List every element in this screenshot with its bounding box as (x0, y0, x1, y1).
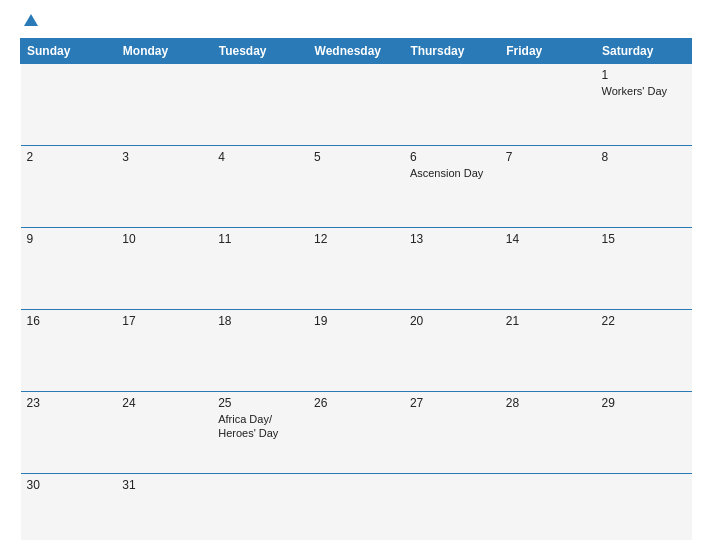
calendar-cell (212, 474, 308, 540)
day-number: 22 (602, 314, 686, 328)
calendar-cell: 16 (21, 310, 117, 392)
calendar-cell: 11 (212, 228, 308, 310)
calendar-cell: 9 (21, 228, 117, 310)
calendar-cell: 8 (596, 146, 692, 228)
day-number: 28 (506, 396, 590, 410)
calendar-page: SundayMondayTuesdayWednesdayThursdayFrid… (0, 0, 712, 550)
day-number: 26 (314, 396, 398, 410)
day-number: 29 (602, 396, 686, 410)
day-number: 7 (506, 150, 590, 164)
logo-triangle-icon (24, 14, 38, 26)
weekday-header: Thursday (404, 39, 500, 64)
calendar-week-row: 1Workers' Day (21, 64, 692, 146)
calendar-cell (21, 64, 117, 146)
calendar-cell: 12 (308, 228, 404, 310)
calendar-cell: 24 (116, 392, 212, 474)
calendar-header (20, 16, 692, 26)
calendar-cell: 10 (116, 228, 212, 310)
calendar-cell: 15 (596, 228, 692, 310)
holiday-label: Workers' Day (602, 84, 686, 98)
calendar-cell: 26 (308, 392, 404, 474)
calendar-cell: 20 (404, 310, 500, 392)
calendar-cell: 17 (116, 310, 212, 392)
calendar-table: SundayMondayTuesdayWednesdayThursdayFrid… (20, 38, 692, 540)
calendar-cell: 14 (500, 228, 596, 310)
day-number: 8 (602, 150, 686, 164)
weekday-header: Saturday (596, 39, 692, 64)
calendar-cell: 21 (500, 310, 596, 392)
calendar-cell (404, 474, 500, 540)
calendar-cell: 2 (21, 146, 117, 228)
day-number: 17 (122, 314, 206, 328)
calendar-week-row: 9101112131415 (21, 228, 692, 310)
calendar-cell: 22 (596, 310, 692, 392)
calendar-week-row: 3031 (21, 474, 692, 540)
day-number: 23 (27, 396, 111, 410)
day-number: 15 (602, 232, 686, 246)
calendar-cell: 31 (116, 474, 212, 540)
calendar-cell (116, 64, 212, 146)
day-number: 11 (218, 232, 302, 246)
calendar-week-row: 16171819202122 (21, 310, 692, 392)
calendar-cell: 3 (116, 146, 212, 228)
day-number: 24 (122, 396, 206, 410)
calendar-cell: 13 (404, 228, 500, 310)
calendar-cell: 25Africa Day/ Heroes' Day (212, 392, 308, 474)
weekday-header: Monday (116, 39, 212, 64)
calendar-cell: 5 (308, 146, 404, 228)
calendar-cell: 30 (21, 474, 117, 540)
calendar-cell: 23 (21, 392, 117, 474)
day-number: 6 (410, 150, 494, 164)
calendar-cell: 19 (308, 310, 404, 392)
calendar-cell (308, 474, 404, 540)
day-number: 27 (410, 396, 494, 410)
weekday-header: Wednesday (308, 39, 404, 64)
day-number: 3 (122, 150, 206, 164)
calendar-cell (404, 64, 500, 146)
weekday-header-row: SundayMondayTuesdayWednesdayThursdayFrid… (21, 39, 692, 64)
day-number: 18 (218, 314, 302, 328)
day-number: 5 (314, 150, 398, 164)
holiday-label: Africa Day/ Heroes' Day (218, 412, 302, 441)
day-number: 12 (314, 232, 398, 246)
day-number: 19 (314, 314, 398, 328)
day-number: 31 (122, 478, 206, 492)
calendar-cell: 29 (596, 392, 692, 474)
calendar-cell: 1Workers' Day (596, 64, 692, 146)
day-number: 13 (410, 232, 494, 246)
calendar-cell: 18 (212, 310, 308, 392)
calendar-cell: 27 (404, 392, 500, 474)
day-number: 2 (27, 150, 111, 164)
day-number: 14 (506, 232, 590, 246)
weekday-header: Friday (500, 39, 596, 64)
weekday-header: Tuesday (212, 39, 308, 64)
day-number: 16 (27, 314, 111, 328)
calendar-cell: 7 (500, 146, 596, 228)
day-number: 25 (218, 396, 302, 410)
calendar-cell (596, 474, 692, 540)
logo (20, 16, 42, 26)
day-number: 9 (27, 232, 111, 246)
calendar-week-row: 232425Africa Day/ Heroes' Day26272829 (21, 392, 692, 474)
day-number: 21 (506, 314, 590, 328)
calendar-cell: 4 (212, 146, 308, 228)
day-number: 10 (122, 232, 206, 246)
holiday-label: Ascension Day (410, 166, 494, 180)
calendar-cell (500, 64, 596, 146)
calendar-cell (308, 64, 404, 146)
calendar-cell: 28 (500, 392, 596, 474)
weekday-header: Sunday (21, 39, 117, 64)
calendar-cell: 6Ascension Day (404, 146, 500, 228)
day-number: 30 (27, 478, 111, 492)
day-number: 4 (218, 150, 302, 164)
calendar-cell (212, 64, 308, 146)
day-number: 1 (602, 68, 686, 82)
calendar-cell (500, 474, 596, 540)
day-number: 20 (410, 314, 494, 328)
calendar-week-row: 23456Ascension Day78 (21, 146, 692, 228)
